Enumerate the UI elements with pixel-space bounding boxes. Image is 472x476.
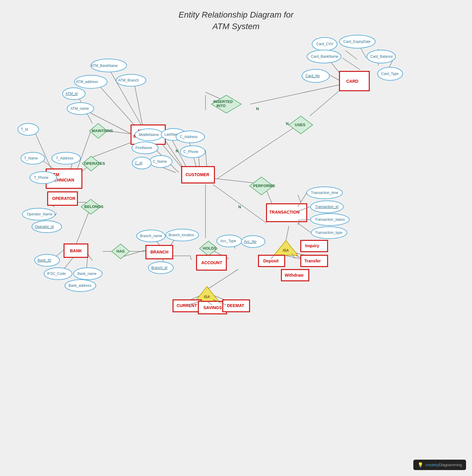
inquiry-text: Inquiry — [305, 243, 319, 248]
c-name-text: C_Name — [153, 159, 167, 164]
operator-text: OPERATOR — [52, 196, 75, 201]
svg-text:N: N — [286, 121, 289, 126]
c-phone-text: C_Phone — [183, 150, 198, 154]
branch-location-text: Branch_location — [169, 233, 194, 237]
atm-bankname-text: ATM_BankName — [91, 64, 118, 68]
bank-name-text: Bank_name — [77, 272, 96, 276]
transaction-id-text: Transaction_id — [315, 205, 338, 209]
branch-id-text: Branch_id — [151, 266, 167, 270]
performs-label: PERFORMS — [253, 184, 275, 188]
bank-address-text: Bank_address — [68, 284, 91, 288]
svg-text:N: N — [256, 107, 259, 111]
svg-line-1 — [98, 85, 137, 128]
svg-line-19 — [74, 207, 91, 248]
inserted-into-diamond — [211, 95, 241, 113]
svg-line-41 — [286, 226, 289, 241]
atm-id-text: ATM_id — [66, 92, 77, 96]
c-id-text: C_id — [135, 161, 142, 165]
svg-line-35 — [214, 178, 255, 183]
operates-label: OPERATES — [84, 161, 105, 166]
diagram-container: Entity Relationship Diagram for ATM Syst… — [0, 0, 472, 476]
c-address-text: C_Address — [180, 135, 197, 139]
t-phone-text: T_Phone — [34, 176, 49, 180]
branch-name-text: Branch_name — [140, 234, 162, 238]
uses-label: USES — [295, 123, 306, 127]
has-label: HAS — [116, 249, 125, 253]
operator-id-text: Operator_id — [35, 225, 54, 229]
acc-type-text: Acc_Type — [220, 239, 236, 243]
bank-text: BANK — [70, 248, 82, 253]
transaction-time-text: Transaction_time — [311, 191, 338, 195]
transaction-type-text: Transaction_type — [315, 231, 342, 235]
card-bankname-text: Card_BankName — [311, 54, 338, 59]
svg-text:N: N — [238, 205, 241, 209]
deemat-text: DEEMAT — [227, 303, 244, 308]
svg-line-37 — [298, 195, 301, 202]
transaction-text: TRANSACTION — [269, 210, 300, 214]
firstname-text: FirstName — [135, 146, 152, 150]
operator-name-text: Operator_Name — [27, 212, 52, 216]
ifsc-code-text: IFSC_Code — [47, 272, 66, 276]
svg-line-12 — [91, 141, 134, 158]
card-expiry-text: Card_ExpiryDate — [343, 40, 371, 44]
inserted-into-label: INSERTED — [213, 99, 233, 104]
watermark-brand: createlyDiagramming — [425, 463, 462, 467]
transfer-text: Transfer — [304, 259, 321, 263]
t-id-text: T_Id — [21, 127, 28, 131]
inserted-into-label2: INTO — [216, 104, 226, 108]
bulb-icon: 💡 — [418, 462, 423, 468]
maintains-label: MAINTAINS — [92, 129, 113, 133]
svg-text:N: N — [176, 149, 178, 153]
acc-no-text: Acc_No — [244, 239, 256, 244]
t-address-text: T_Address — [56, 156, 73, 160]
svg-line-78 — [284, 255, 301, 259]
svg-line-76 — [298, 223, 311, 233]
account-text: ACCOUNT — [201, 260, 222, 265]
card-text: CARD — [346, 79, 358, 84]
bank-id-text: Bank_ID — [38, 258, 51, 262]
transaction-isa-triangle — [274, 240, 298, 255]
card-type-text: Card_Type — [381, 72, 399, 76]
svg-line-46 — [345, 51, 357, 60]
transaction-isa-label: ISA — [283, 248, 289, 253]
middlename-text: MiddleName — [139, 133, 159, 137]
card-cvv-text: Card_CVV — [316, 42, 333, 46]
svg-line-47 — [360, 48, 366, 58]
card-balance-text: Card_Balance — [370, 54, 393, 59]
svg-line-54 — [250, 85, 339, 104]
t-name-text: T_Name — [24, 156, 38, 160]
withdraw-text: Withdraw — [285, 273, 303, 278]
svg-line-63 — [208, 269, 238, 289]
watermark: 💡 createlyDiagramming — [413, 460, 466, 470]
account-isa-label: ISA — [204, 295, 210, 299]
deposit-text: Deposit — [263, 259, 279, 263]
atm-address-text: ATM_address — [76, 80, 98, 84]
holds-label: HOLDS — [203, 246, 216, 250]
branch-text: BRANCH — [150, 250, 169, 254]
svg-line-56 — [217, 125, 298, 178]
svg-line-55 — [310, 89, 341, 116]
erd-svg: N N — [0, 0, 472, 476]
atm-branch-text: ATM_Branch — [118, 78, 139, 82]
account-isa-triangle — [195, 286, 219, 301]
atm-name-text: ATM_name — [71, 107, 89, 111]
transaction-status-text: Transaction_status — [315, 217, 345, 222]
savings-text: SAVINGS — [203, 305, 222, 310]
customer-text: CUSTOMER — [186, 172, 209, 177]
svg-line-45 — [342, 58, 360, 70]
card-no-text: Card_No — [306, 74, 320, 78]
svg-line-2 — [134, 82, 143, 128]
svg-line-69 — [191, 259, 192, 259]
svg-line-5 — [34, 131, 52, 171]
belongs-label: BELONGS — [84, 204, 104, 209]
svg-line-18 — [88, 254, 92, 260]
current-text: CURRENT — [177, 303, 197, 308]
